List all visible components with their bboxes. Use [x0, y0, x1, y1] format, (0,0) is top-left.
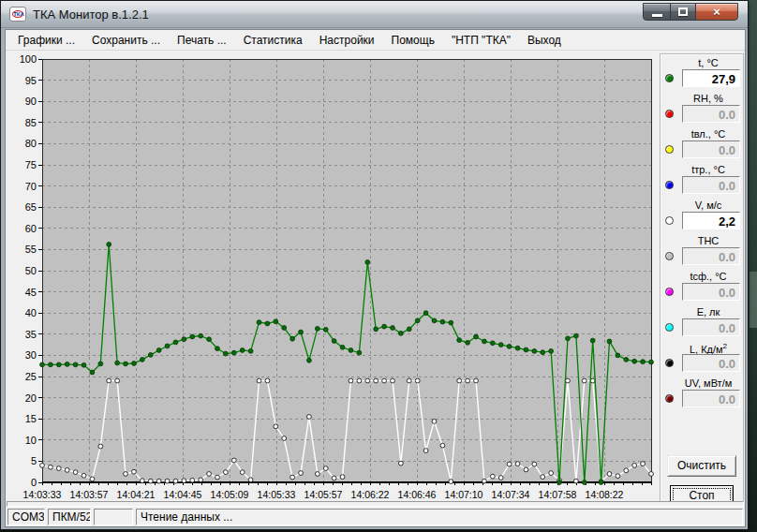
menu-item-2[interactable]: Печать ...	[169, 31, 235, 50]
sensor-row-7: E, лк0.0	[661, 305, 743, 341]
x-axis-label: 14:03:33	[23, 489, 62, 500]
sensor-label: ТНС	[675, 235, 741, 246]
sensor-color-dot	[665, 323, 674, 332]
x-axis-label: 14:05:33	[258, 489, 296, 500]
y-axis-label: 50	[25, 265, 37, 276]
sensor-label: RH, %	[675, 93, 741, 104]
window-controls: ×	[644, 3, 738, 21]
sensor-row-3: tтр., °C0.0	[661, 163, 743, 199]
y-axis-label: 60	[25, 223, 37, 234]
sensor-value-field: 0.0	[682, 247, 740, 265]
y-axis-label: 65	[25, 201, 37, 213]
sensor-color-dot	[665, 359, 674, 367]
menu-item-1[interactable]: Сохранить ...	[83, 31, 169, 50]
sensor-color-dot	[665, 394, 674, 403]
y-axis-label: 75	[25, 159, 37, 170]
sensor-row-0: t, °C27,9	[661, 56, 743, 92]
desktop-strip	[750, 0, 757, 532]
sensor-row-4: V, м/с2,2	[661, 199, 743, 234]
sensor-label: t, °C	[675, 57, 741, 68]
sensor-value-field: 0.0	[682, 283, 740, 301]
chart-panel: 0510152025303540455055606570758085909510…	[8, 53, 657, 504]
sensor-row-1: RH, %0.0	[661, 92, 743, 127]
sensor-color-dot	[665, 74, 674, 82]
desktop: ТКА ТКА Монитор в.1.2.1 × Графики ...Сох…	[0, 0, 757, 532]
x-axis-label: 14:07:34	[492, 489, 530, 500]
sensor-label: tтр., °C	[675, 164, 741, 175]
sensor-value-field: 0.0	[682, 176, 740, 194]
resize-grip-strip	[7, 501, 744, 507]
menu-item-4[interactable]: Настройки	[311, 31, 383, 50]
chart-svg: 0510152025303540455055606570758085909510…	[8, 53, 657, 504]
window-title: ТКА Монитор в.1.2.1	[33, 7, 149, 22]
sensor-row-2: tвл., °C0.0	[661, 127, 743, 163]
sensor-panel: t, °C27,9RH, %0.0tвл., °C0.0tтр., °C0.0V…	[660, 53, 744, 504]
x-axis-label: 14:08:22	[586, 489, 624, 500]
sensor-value-field: 0.0	[682, 318, 740, 336]
sensor-label: L, Кд/м2	[675, 342, 741, 355]
sensor-row-9: UV, мВт/м0.0	[661, 377, 743, 412]
minimize-button[interactable]	[643, 3, 671, 21]
x-axis-label: 14:06:22	[351, 489, 390, 500]
sensor-label: tсф., °C	[675, 271, 741, 282]
y-axis-label: 95	[25, 75, 37, 86]
sensor-color-dot	[665, 145, 674, 154]
app-icon: ТКА	[9, 7, 26, 22]
y-axis-label: 80	[25, 138, 37, 149]
sensor-row-6: tсф., °C0.0	[661, 270, 743, 305]
sensor-label: tвл., °C	[675, 128, 741, 140]
sensor-label: E, лк	[675, 306, 741, 318]
sensor-value-field: 0.0	[682, 390, 740, 407]
menu-item-7[interactable]: Выход	[519, 31, 570, 50]
close-button[interactable]: ×	[695, 3, 738, 21]
app-window: ТКА ТКА Монитор в.1.2.1 × Графики ...Сох…	[0, 0, 749, 530]
y-axis-label: 100	[20, 53, 37, 65]
y-axis-label: 90	[25, 96, 37, 107]
sensor-label: V, м/с	[675, 200, 741, 211]
y-axis-label: 70	[25, 181, 37, 192]
y-axis-label: 35	[25, 329, 37, 340]
y-axis-label: 25	[25, 371, 37, 382]
titlebar[interactable]: ТКА ТКА Монитор в.1.2.1 ×	[1, 1, 748, 28]
sensor-value-field: 2,2	[682, 212, 740, 229]
x-axis-label: 14:05:57	[304, 489, 343, 500]
status-cell-message: Чтение данных ...	[136, 509, 743, 525]
x-axis-label: 14:07:58	[539, 489, 577, 500]
sensor-color-dot	[665, 181, 674, 189]
sensor-color-dot	[665, 252, 674, 260]
x-axis-label: 14:07:10	[445, 489, 483, 500]
menubar: Графики ...Сохранить ...Печать ...Статис…	[6, 30, 745, 51]
status-cell-port: COM3	[7, 509, 45, 525]
minimize-icon	[652, 14, 662, 17]
y-axis-label: 40	[25, 307, 37, 318]
x-axis-label: 14:05:09	[211, 489, 249, 500]
menu-item-5[interactable]: Помощь	[383, 31, 443, 50]
sensor-row-5: ТНС0.0	[661, 234, 743, 270]
sensor-value-field: 0.0	[682, 140, 740, 158]
sensor-value-field: 27,9	[682, 69, 740, 87]
y-axis-label: 20	[25, 392, 37, 404]
sensor-label: UV, мВт/м	[675, 377, 741, 389]
status-cell-device: ПКМ/52	[48, 509, 91, 525]
y-axis-label: 15	[25, 413, 37, 424]
sensor-row-8: L, Кд/м20.0	[661, 341, 743, 377]
x-axis-label: 14:04:21	[117, 489, 156, 500]
sensor-value-field: 0.0	[682, 354, 740, 372]
y-axis-label: 45	[25, 287, 37, 298]
close-icon: ×	[713, 3, 720, 21]
sensor-list: t, °C27,9RH, %0.0tвл., °C0.0tтр., °C0.0V…	[661, 56, 743, 412]
clear-button[interactable]: Очистить	[667, 455, 736, 477]
y-axis-label: 0	[31, 477, 37, 488]
y-axis-label: 55	[25, 244, 37, 255]
menu-item-3[interactable]: Статистика	[235, 31, 311, 50]
sensor-color-dot	[665, 216, 674, 225]
x-axis-label: 14:03:57	[70, 489, 109, 500]
menu-item-6[interactable]: "НТП "ТКА"	[443, 31, 519, 50]
menu-item-0[interactable]: Графики ...	[9, 31, 83, 50]
maximize-button[interactable]	[670, 3, 696, 21]
sensor-value-field: 0.0	[682, 105, 740, 123]
x-axis-label: 14:04:45	[164, 489, 202, 500]
maximize-icon	[678, 7, 688, 16]
sensor-color-dot	[665, 288, 674, 296]
status-cell-empty	[94, 509, 133, 525]
